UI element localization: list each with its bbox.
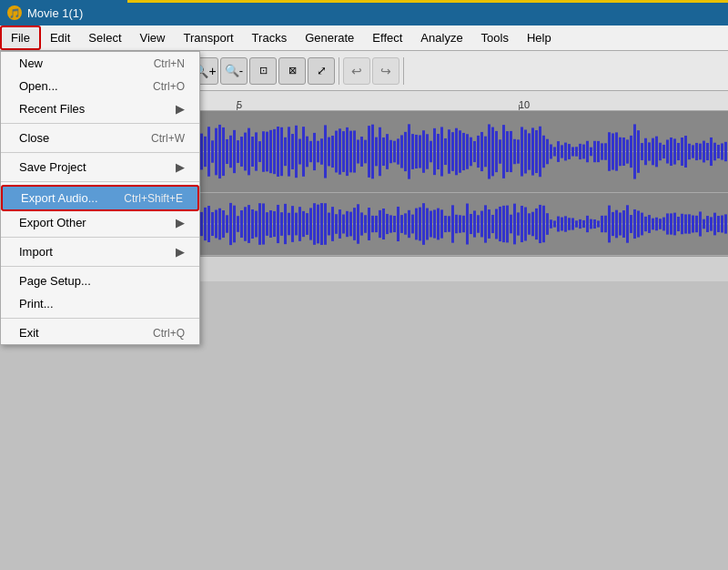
zoom-fit-button[interactable]: ⊡ xyxy=(249,57,277,85)
sep-4 xyxy=(1,237,199,238)
undo-group: ↩ ↪ xyxy=(343,57,404,85)
zoom-out-button[interactable]: 🔍- xyxy=(220,57,248,85)
window-title: Movie 1(1) xyxy=(27,6,83,20)
menu-view[interactable]: View xyxy=(131,25,175,50)
track-1-waveform: // Generate waveform path xyxy=(127,111,728,192)
ruler-tick-5 xyxy=(237,105,238,110)
sep-1 xyxy=(1,123,199,124)
playhead-line xyxy=(127,0,728,3)
ruler-tick-10 xyxy=(519,105,520,110)
menu-effect[interactable]: Effect xyxy=(363,25,411,50)
menu-export-audio[interactable]: Export Audio... Ctrl+Shift+E xyxy=(1,185,199,211)
app-wrapper: 🎵 Movie 1(1) File Edit Select View Trans… xyxy=(0,0,728,570)
sep-6 xyxy=(1,318,199,319)
menu-file[interactable]: File xyxy=(0,25,41,50)
redo-button[interactable]: ↪ xyxy=(372,57,399,85)
menu-transport[interactable]: Transport xyxy=(174,25,242,50)
menu-export-other[interactable]: Export Other ▶ xyxy=(1,211,199,234)
sep-2 xyxy=(1,152,199,153)
menu-exit[interactable]: Exit Ctrl+Q xyxy=(1,321,199,344)
title-bar: 🎵 Movie 1(1) xyxy=(0,0,728,25)
menu-import[interactable]: Import ▶ xyxy=(1,240,199,263)
sep-5 xyxy=(1,266,199,267)
menu-close[interactable]: Close Ctrl+W xyxy=(1,127,199,149)
file-dropdown: New Ctrl+N Open... Ctrl+O Recent Files ▶… xyxy=(0,51,200,345)
menu-open[interactable]: Open... Ctrl+O xyxy=(1,75,199,97)
menu-analyze[interactable]: Analyze xyxy=(411,25,471,50)
zoom-reset-button[interactable]: ⤢ xyxy=(308,57,335,85)
ruler-mark-10: 10 xyxy=(519,99,530,110)
menu-print[interactable]: Print... xyxy=(1,292,199,315)
track-lower-waveform xyxy=(127,193,728,255)
zoom-group: 🔍+ 🔍- ⊡ ⊠ ⤢ xyxy=(191,57,339,85)
menu-save-project[interactable]: Save Project ▶ xyxy=(1,156,199,178)
menu-recent-files[interactable]: Recent Files ▶ xyxy=(1,97,199,120)
menu-page-setup[interactable]: Page Setup... xyxy=(1,270,199,292)
zoom-sel-button[interactable]: ⊠ xyxy=(278,57,306,85)
menu-tracks[interactable]: Tracks xyxy=(243,25,297,50)
ruler-content: 5 10 xyxy=(127,91,728,110)
menu-new[interactable]: New Ctrl+N xyxy=(1,52,199,75)
undo-button[interactable]: ↩ xyxy=(343,57,370,85)
menu-help[interactable]: Help xyxy=(518,25,561,50)
app-icon: 🎵 xyxy=(7,5,22,20)
menu-bar: File Edit Select View Transport Tracks G… xyxy=(0,25,728,51)
sep-3 xyxy=(1,181,199,182)
menu-tools[interactable]: Tools xyxy=(472,25,518,50)
menu-edit[interactable]: Edit xyxy=(41,25,79,50)
menu-select[interactable]: Select xyxy=(79,25,130,50)
menu-generate[interactable]: Generate xyxy=(296,25,363,50)
